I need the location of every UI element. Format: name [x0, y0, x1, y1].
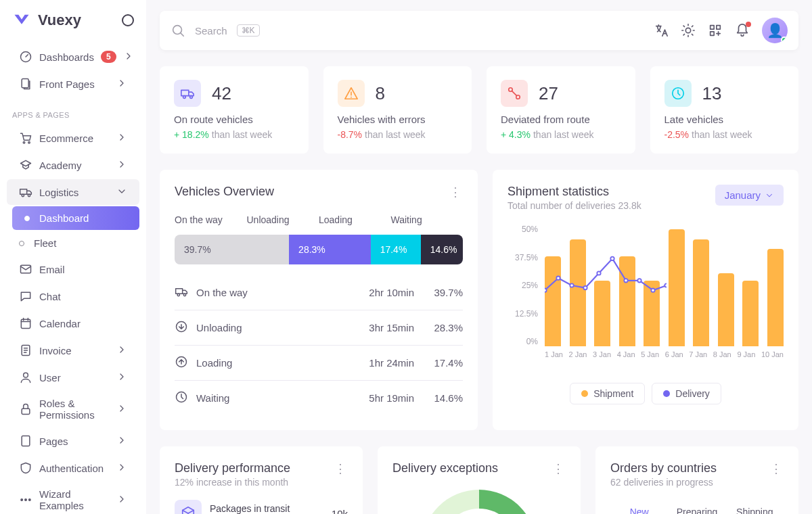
svg-rect-21 — [710, 32, 715, 36]
nav-pages[interactable]: Pages — [7, 428, 139, 454]
nav-label: Authentication — [39, 463, 104, 474]
legend-delivery[interactable]: Delivery — [652, 383, 721, 404]
nav-label: Invoice — [39, 345, 72, 356]
nav-label: Chat — [39, 291, 61, 302]
package-icon — [175, 500, 202, 514]
y-tick: 50% — [508, 225, 538, 234]
search-icon — [171, 23, 185, 38]
nav-calendar[interactable]: Calendar — [7, 310, 139, 336]
page-icon — [19, 434, 32, 448]
home-icon — [19, 50, 32, 64]
stat-value: 42 — [212, 83, 231, 104]
nav-logistics[interactable]: Logistics — [7, 179, 139, 205]
svg-point-29 — [177, 294, 179, 296]
chevron-right-icon — [116, 403, 127, 416]
chart-bar — [693, 239, 709, 346]
nav-label: Fleet — [34, 237, 56, 249]
stat-card: 8 Vehicles with errors -8.7%than last we… — [323, 66, 472, 154]
nav-dashboards[interactable]: Dashboards 5 — [7, 44, 139, 70]
svg-point-3 — [28, 141, 30, 143]
x-tick: 7 Jan — [689, 350, 707, 358]
stat-change: -2.5% — [664, 129, 690, 140]
nav-authentication[interactable]: Authentication — [7, 455, 139, 481]
x-tick: 3 Jan — [593, 350, 611, 358]
avatar[interactable]: 👤 — [762, 18, 788, 43]
apps-icon[interactable] — [708, 23, 723, 38]
nav-user[interactable]: User — [7, 365, 139, 390]
svg-point-6 — [28, 194, 30, 196]
nav-label: Front Pages — [39, 78, 95, 90]
svg-rect-19 — [710, 26, 715, 30]
legend-shipment[interactable]: Shipment — [570, 383, 645, 404]
theme-icon[interactable] — [681, 23, 696, 38]
chart-bar — [742, 281, 759, 346]
bullet-icon — [24, 216, 30, 221]
svg-point-5 — [22, 194, 24, 196]
logo[interactable]: Vuexy — [0, 11, 146, 43]
table-row: On the way2hr 10min39.7% — [175, 275, 463, 310]
stat-change: -8.7% — [338, 129, 363, 140]
shield-icon — [19, 461, 32, 475]
chart-legend: Shipment Delivery — [508, 383, 784, 404]
delivery-performance-card: Delivery performance 12% increase in thi… — [160, 446, 363, 514]
nav-label: Dashboard — [39, 212, 89, 224]
tab-preparing[interactable]: Preparing — [668, 500, 725, 514]
nav-logistics-fleet[interactable]: Fleet — [7, 231, 139, 255]
nav-logistics-dashboard[interactable]: Dashboard — [12, 206, 139, 230]
language-icon[interactable] — [654, 23, 669, 38]
card-title: Delivery exceptions — [392, 461, 498, 475]
row-icon — [175, 285, 188, 300]
delivery-exceptions-card: Delivery exceptions ⋮ — [378, 446, 581, 514]
month-dropdown[interactable]: January — [715, 185, 784, 206]
nav-label: Email — [39, 264, 65, 275]
svg-point-24 — [190, 96, 193, 99]
row-pct: 39.7% — [422, 287, 463, 298]
nav-chat[interactable]: Chat — [7, 283, 139, 309]
search-trigger[interactable]: Search ⌘K — [171, 23, 260, 38]
tab-new[interactable]: New — [610, 500, 668, 514]
x-tick: 9 Jan — [737, 350, 755, 358]
chart-bar — [644, 281, 660, 346]
chevron-right-icon — [116, 78, 127, 91]
svg-point-30 — [183, 294, 185, 296]
svg-point-23 — [183, 96, 186, 99]
nav-invoice[interactable]: Invoice — [7, 337, 139, 363]
notifications-icon[interactable] — [735, 23, 750, 38]
more-icon[interactable]: ⋮ — [770, 461, 784, 476]
more-icon[interactable]: ⋮ — [552, 461, 566, 476]
bullet-icon — [19, 241, 24, 246]
pin-toggle-icon[interactable] — [122, 14, 134, 26]
stat-icon — [501, 80, 528, 107]
exceptions-donut — [422, 490, 537, 514]
stat-card: 13 Late vehicles -2.5%than last week — [650, 66, 799, 154]
more-icon[interactable]: ⋮ — [449, 185, 463, 200]
nav-label: Dashboards — [39, 51, 94, 63]
nav-label: Roles & Permissions — [39, 398, 110, 421]
more-icon[interactable]: ⋮ — [334, 461, 348, 476]
nav-wizard[interactable]: Wizard Examples — [7, 482, 139, 514]
bar-segment: 28.3% — [289, 235, 371, 264]
nav-academy[interactable]: Academy — [7, 152, 139, 178]
mail-icon — [19, 262, 32, 276]
nav-ecommerce[interactable]: Ecommerce — [7, 125, 139, 151]
invoice-icon — [19, 344, 32, 357]
chevron-right-icon — [116, 159, 127, 172]
tab-shipping[interactable]: Shipping — [726, 500, 784, 514]
x-tick: 4 Jan — [617, 350, 635, 358]
vehicle-label: Waiting — [391, 214, 464, 225]
card-subtitle: 62 deliveries in progress — [610, 477, 717, 488]
nav-front-pages[interactable]: Front Pages — [7, 71, 139, 97]
cart-icon — [19, 131, 32, 145]
vehicle-label: Unloading — [247, 214, 319, 225]
svg-rect-20 — [717, 26, 721, 30]
search-kbd: ⌘K — [237, 24, 260, 37]
row-name: Loading — [196, 357, 345, 369]
nav-roles[interactable]: Roles & Permissions — [7, 392, 139, 427]
card-subtitle: 12% increase in this month — [175, 477, 290, 488]
nav-label: Calendar — [39, 318, 81, 329]
y-tick: 25% — [508, 281, 538, 290]
nav-email[interactable]: Email — [7, 256, 139, 282]
files-icon — [19, 77, 32, 91]
svg-rect-22 — [181, 90, 189, 95]
perf-value: 10k — [332, 508, 348, 515]
